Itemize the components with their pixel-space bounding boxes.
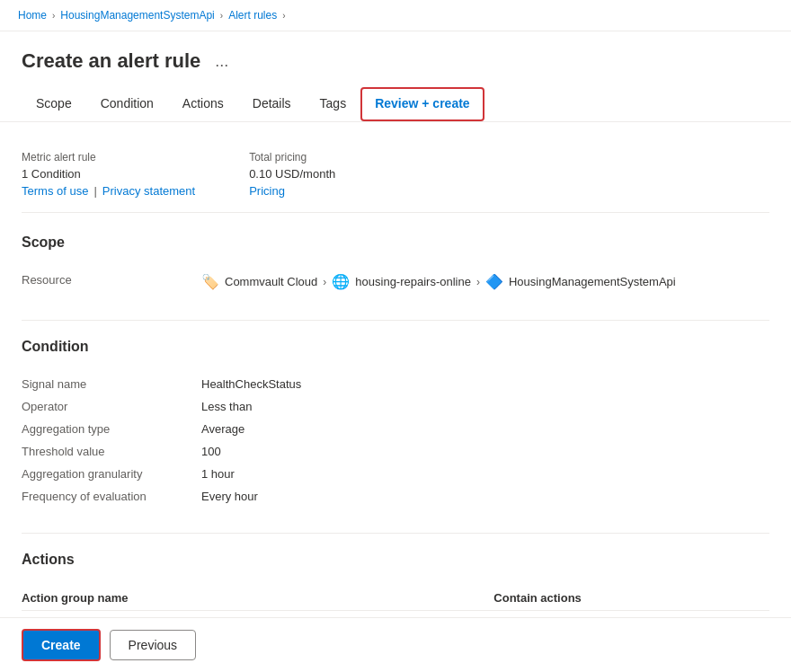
actions-col-name: Action group name [22,586,493,611]
resource-api-name: HousingManagementSystemApi [509,275,676,288]
breadcrumb-alert-rules[interactable]: Alert rules [228,9,277,22]
scope-section: Scope Resource 🏷️ Commvault Cloud › 🌐 ho… [22,234,769,295]
pricing-amount: 0.10 USD/month [249,167,335,181]
tab-actions[interactable]: Actions [168,87,238,121]
condition-threshold-value: 100 [201,445,769,458]
previous-button[interactable]: Previous [110,630,196,660]
condition-aggregation-row: Aggregation type Average [22,418,769,440]
condition-operator-row: Operator Less than [22,395,769,418]
privacy-statement-link[interactable]: Privacy statement [102,184,195,198]
resource-sep-2: › [476,276,480,288]
condition-operator-value: Less than [201,400,769,413]
breadcrumb-sep-3: › [282,11,285,21]
summary-metric-label: Metric alert rule [22,151,195,164]
summary-left: Metric alert rule 1 Condition Terms of u… [22,151,195,198]
condition-aggregation-value: Average [201,422,769,436]
terms-of-use-link[interactable]: Terms of use [22,184,88,198]
pricing-link[interactable]: Pricing [249,184,285,198]
tab-tags[interactable]: Tags [306,87,361,121]
link-separator: | [93,184,96,198]
condition-operator-label: Operator [22,400,183,413]
summary-condition-value: 1 Condition [22,167,195,181]
condition-threshold-row: Threshold value 100 [22,440,769,463]
create-button[interactable]: Create [22,629,101,661]
condition-threshold-label: Threshold value [22,445,183,458]
more-options-button[interactable]: ... [209,50,234,73]
condition-signal-label: Signal name [22,377,183,391]
condition-granularity-label: Aggregation granularity [22,467,183,481]
condition-frequency-row: Frequency of evaluation Every hour [22,485,769,508]
resource-commvault-name: Commvault Cloud [225,275,317,288]
resource-housing-name: housing-repairs-online [355,275,471,288]
condition-aggregation-label: Aggregation type [22,422,183,436]
resource-commvault-icon: 🏷️ [201,273,219,290]
footer-bar: Create Previous [0,617,791,672]
breadcrumb-home[interactable]: Home [18,9,47,22]
breadcrumb-api[interactable]: HousingManagementSystemApi [60,9,214,22]
condition-frequency-value: Every hour [201,490,769,503]
scope-resource-label: Resource [22,273,183,287]
summary-bar: Metric alert rule 1 Condition Terms of u… [22,140,769,213]
condition-section: Condition Signal name HealthCheckStatus … [22,339,769,508]
breadcrumb-sep-2: › [220,11,223,21]
total-pricing-label: Total pricing [249,151,335,164]
scope-resource-value: 🏷️ Commvault Cloud › 🌐 housing-repairs-o… [201,273,769,290]
scope-resource-row: Resource 🏷️ Commvault Cloud › 🌐 housing-… [22,269,769,295]
tab-condition[interactable]: Condition [86,87,168,121]
page-title: Create an alert rule [22,49,200,73]
resource-api-icon: 🔷 [485,273,503,290]
summary-right: Total pricing 0.10 USD/month Pricing [249,151,335,198]
condition-granularity-value: 1 hour [201,467,769,481]
breadcrumb: Home › HousingManagementSystemApi › Aler… [0,0,791,31]
actions-col-actions: Contain actions [493,586,769,611]
tab-review[interactable]: Review + create [360,87,484,121]
condition-signal-row: Signal name HealthCheckStatus [22,373,769,395]
condition-granularity-row: Aggregation granularity 1 hour [22,463,769,485]
actions-section-title: Actions [22,552,769,573]
condition-signal-value: HealthCheckStatus [201,377,769,391]
scope-section-title: Scope [22,234,769,256]
resource-housing-icon: 🌐 [332,273,350,290]
tab-details[interactable]: Details [238,87,306,121]
tabs-nav: Scope Condition Actions Details Tags Rev… [0,87,791,122]
resource-sep-1: › [323,276,326,288]
tab-scope[interactable]: Scope [22,87,86,121]
condition-frequency-label: Frequency of evaluation [22,490,183,503]
condition-section-title: Condition [22,339,769,360]
breadcrumb-sep-1: › [52,11,55,21]
